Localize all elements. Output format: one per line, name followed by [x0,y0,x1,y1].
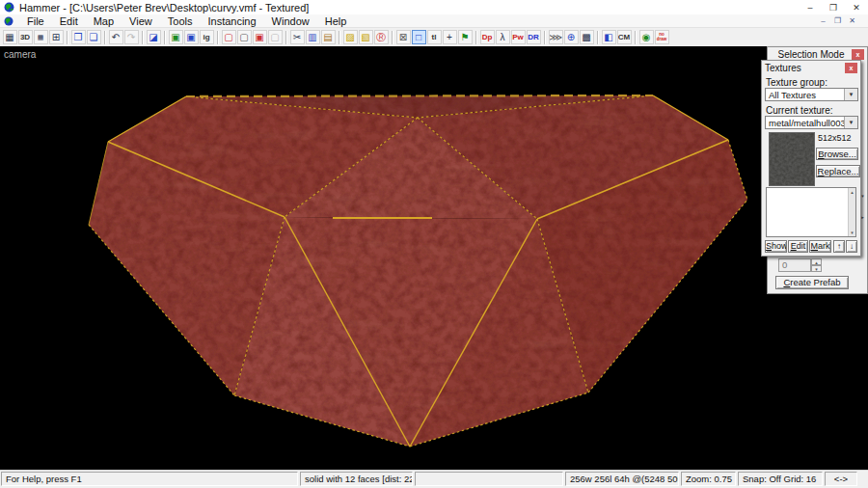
menu-view[interactable]: View [122,14,160,28]
menu-file[interactable]: File [19,14,52,28]
copy-icon[interactable]: ▥ [306,30,320,44]
fade-preview-icon[interactable]: ⋙ [549,30,563,44]
prefab-spinner-arrows: ▴ ▾ [811,258,822,272]
mdi-close-icon[interactable]: ✕ [846,15,858,26]
toolbar-separator [392,31,393,44]
menu-help[interactable]: Help [317,14,355,28]
textures-title: Textures [765,63,845,73]
magnify-selection-icon[interactable]: □ [412,30,426,44]
selection-tool-icon[interactable]: ⊠ [396,30,411,44]
texture-list-scrollbar[interactable]: ▴ ▾ [848,188,855,236]
scroll-down-icon[interactable]: ▾ [849,229,855,236]
texture-group-value: All Textures [766,90,844,100]
browse-button[interactable]: Browse... [816,148,858,160]
menu-instancing[interactable]: Instancing [200,14,263,28]
save-window-state-icon[interactable]: ❏ [87,30,101,44]
menu-tools[interactable]: Tools [160,14,201,28]
hammer-plus-icon[interactable]: ◉ [639,30,654,44]
window-title: Hammer - [C:\Users\Peter Brev\Desktop\cu… [19,2,799,14]
ungroup-icon[interactable]: ▣ [184,30,199,44]
mark-button[interactable]: Mark [809,240,831,253]
arrow-up-button[interactable]: ↑ [833,240,845,253]
nodraw-icon[interactable]: no draw [655,30,669,44]
menu-map[interactable]: Map [86,14,122,28]
selection-mode-close-icon[interactable]: x [852,49,864,60]
texture-list[interactable]: ▴ ▾ [766,187,856,237]
current-texture-value: metal/metalhull003a [766,118,844,128]
entity-flags-icon[interactable]: ⚑ [458,30,473,44]
textures-titlebar[interactable]: Textures x [762,61,860,74]
status-nav: <-> [825,472,857,486]
larger-grid-icon[interactable]: ⊞ [49,30,64,44]
toggle-3d-grid-icon[interactable]: 3D [18,30,33,44]
mdi-restore-icon[interactable]: ❐ [831,15,844,26]
toolbar: ▦ 3D ▦ ⊞ ❐ ❏ ↶ ↷ ◪ ▣ ▣ ig ▢ ▢ ▣ ▢ ✂ ▥ ▤ … [0,28,868,46]
displacement-mask-icon[interactable]: ▩ [580,30,594,44]
texture-preview[interactable] [769,132,815,186]
arrow-down-button[interactable]: ↓ [846,240,857,253]
selected-solid[interactable] [77,85,762,456]
viewport-mode-label[interactable]: camera [4,49,36,60]
pointfile-icon[interactable]: ⊕ [564,30,579,44]
color-mode-icon[interactable]: CM [617,30,632,44]
menu-window[interactable]: Window [264,14,317,28]
menu-edit[interactable]: Edit [52,14,86,28]
group-icon[interactable]: ▣ [169,30,183,44]
edit-button[interactable]: Edit [788,240,808,253]
radius-culling-icon[interactable]: Ⓡ [374,30,389,44]
mdi-minimize-icon[interactable]: – [817,15,829,26]
cut-icon[interactable]: ✂ [290,30,305,44]
toggle-grid-icon[interactable]: ▦ [3,30,17,44]
texture-group-label: Texture group: [766,77,827,88]
entity-handles-icon[interactable]: + [443,30,457,44]
status-help: For Help, press F1 [1,472,298,486]
dr-toggle-icon[interactable]: DR [527,30,541,44]
titlebar: Hammer - [C:\Users\Peter Brev\Desktop\cu… [0,0,868,14]
hide-selected-icon[interactable]: ▢ [222,30,236,44]
textures-close-icon[interactable]: x [845,63,857,73]
chevron-down-icon[interactable]: ▼ [844,117,857,128]
lambda-toggle-icon[interactable]: λ [496,30,510,44]
spinner-down-icon[interactable]: ▾ [811,265,822,272]
minimize-icon[interactable]: – [799,0,822,14]
maximize-icon[interactable]: ❐ [822,0,845,14]
pw-toggle-icon[interactable]: Pw [511,30,526,44]
status-coordinates: 256w 256l 64h @(5248 5056 160) [565,472,679,486]
viewport-canvas[interactable] [0,46,868,470]
toolbar-separator [217,31,218,44]
carve-icon[interactable]: ◪ [147,30,161,44]
undo-icon[interactable]: ↶ [109,30,123,44]
menubar: File Edit Map View Tools Instancing Wind… [0,14,868,28]
smaller-grid-icon[interactable]: ▦ [34,30,48,44]
mdi-controls: – ❐ ✕ [817,15,860,26]
texture-lock-tl-icon[interactable]: tl [427,30,442,44]
paste-icon[interactable]: ▤ [321,30,336,44]
scroll-up-icon[interactable]: ▴ [849,188,855,196]
create-prefab-button[interactable]: Create Prefab [775,276,849,289]
scaling-lock-icon[interactable]: ▧ [359,30,373,44]
load-window-state-icon[interactable]: ❐ [71,30,86,44]
redo-icon[interactable]: ↷ [124,30,139,44]
toolbar-separator [597,31,598,44]
texture-lock-icon[interactable]: ▨ [343,30,358,44]
hide-unselected-icon[interactable]: ▢ [237,30,252,44]
chevron-down-icon[interactable]: ▼ [844,89,857,100]
radius-hide-icon[interactable]: ▢ [268,30,283,44]
current-texture-dropdown[interactable]: metal/metalhull003a ▼ [765,116,858,129]
show-hidden-icon[interactable]: ▣ [253,30,267,44]
hammer-logo-icon [4,2,14,13]
viewport-3d[interactable]: camera [0,46,868,470]
texture-group-dropdown[interactable]: All Textures ▼ [765,88,858,101]
selection-mode-titlebar[interactable]: Selection Mode x [768,47,867,61]
ignore-groups-icon[interactable]: ig [200,30,214,44]
instance-toggle-icon[interactable]: ◧ [602,30,616,44]
toolbar-separator [635,31,636,44]
spinner-up-icon[interactable]: ▴ [811,258,822,265]
prefab-spinner-value[interactable]: 0 [778,258,811,272]
toolbar-separator [475,31,476,44]
close-icon[interactable]: ✕ [845,0,868,14]
show-button[interactable]: Show [765,240,787,253]
hammer-editor-window: Hammer - [C:\Users\Peter Brev\Desktop\cu… [0,0,868,488]
dp-toggle-icon[interactable]: Dp [480,30,495,44]
replace-button[interactable]: Replace... [816,165,860,177]
